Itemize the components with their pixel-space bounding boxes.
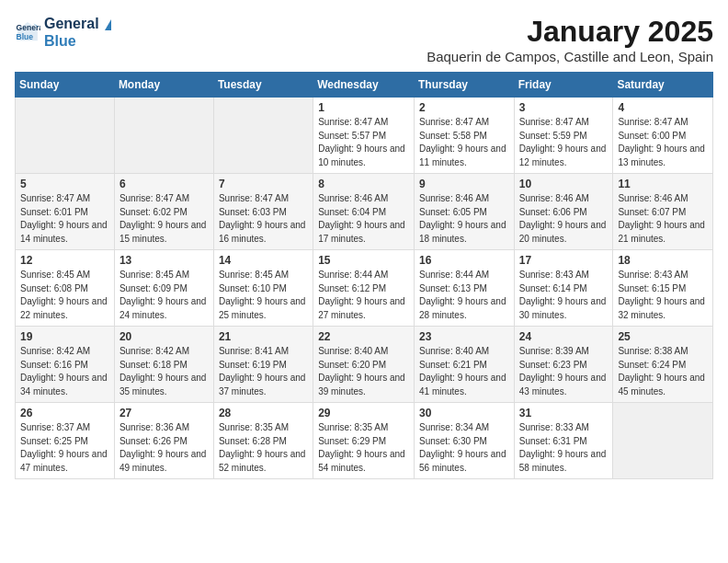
- calendar-week-row: 12Sunrise: 8:45 AM Sunset: 6:08 PM Dayli…: [16, 250, 713, 327]
- table-cell: 8Sunrise: 8:46 AM Sunset: 6:04 PM Daylig…: [313, 174, 415, 250]
- header-friday: Friday: [514, 73, 613, 98]
- day-number: 3: [519, 101, 609, 114]
- day-number: 30: [419, 407, 509, 419]
- table-cell: 4Sunrise: 8:47 AM Sunset: 6:00 PM Daylig…: [613, 98, 713, 174]
- table-cell: 24Sunrise: 8:39 AM Sunset: 6:23 PM Dayli…: [514, 327, 613, 403]
- table-cell: 30Sunrise: 8:34 AM Sunset: 6:30 PM Dayli…: [414, 403, 514, 479]
- table-cell: 6Sunrise: 8:47 AM Sunset: 6:02 PM Daylig…: [114, 174, 213, 250]
- table-cell: 17Sunrise: 8:43 AM Sunset: 6:14 PM Dayli…: [514, 250, 613, 327]
- day-info: Sunrise: 8:46 AM Sunset: 6:05 PM Dayligh…: [419, 192, 509, 246]
- day-info: Sunrise: 8:41 AM Sunset: 6:19 PM Dayligh…: [219, 345, 308, 398]
- day-number: 31: [519, 407, 609, 419]
- table-cell: 12Sunrise: 8:45 AM Sunset: 6:08 PM Dayli…: [16, 250, 115, 327]
- day-number: 28: [219, 407, 308, 419]
- logo-text-general: General: [44, 15, 111, 32]
- day-number: 11: [618, 178, 708, 190]
- table-cell: 25Sunrise: 8:38 AM Sunset: 6:24 PM Dayli…: [613, 327, 713, 403]
- header-wednesday: Wednesday: [313, 73, 415, 98]
- table-cell: 16Sunrise: 8:44 AM Sunset: 6:13 PM Dayli…: [414, 250, 514, 327]
- location-subtitle: Baquerin de Campos, Castille and Leon, S…: [427, 49, 713, 64]
- table-cell: 29Sunrise: 8:35 AM Sunset: 6:29 PM Dayli…: [313, 403, 415, 479]
- table-cell: 23Sunrise: 8:40 AM Sunset: 6:21 PM Dayli…: [414, 327, 514, 403]
- day-number: 6: [119, 178, 209, 190]
- day-number: 15: [318, 254, 409, 267]
- day-info: Sunrise: 8:47 AM Sunset: 5:58 PM Dayligh…: [419, 116, 509, 169]
- svg-text:Blue: Blue: [17, 32, 34, 41]
- table-cell: 3Sunrise: 8:47 AM Sunset: 5:59 PM Daylig…: [514, 98, 613, 174]
- table-cell: 10Sunrise: 8:46 AM Sunset: 6:06 PM Dayli…: [514, 174, 613, 250]
- day-info: Sunrise: 8:47 AM Sunset: 5:59 PM Dayligh…: [519, 116, 609, 169]
- day-number: 23: [419, 330, 509, 343]
- day-number: 24: [519, 330, 609, 343]
- day-number: 1: [318, 101, 409, 114]
- calendar-week-row: 1Sunrise: 8:47 AM Sunset: 5:57 PM Daylig…: [16, 98, 713, 174]
- day-info: Sunrise: 8:47 AM Sunset: 6:02 PM Dayligh…: [119, 192, 209, 246]
- table-cell: [213, 98, 313, 174]
- day-number: 8: [318, 178, 409, 190]
- day-info: Sunrise: 8:45 AM Sunset: 6:08 PM Dayligh…: [20, 269, 109, 322]
- page-header: General Blue General Blue January 2025 B…: [15, 15, 713, 64]
- day-info: Sunrise: 8:42 AM Sunset: 6:18 PM Dayligh…: [119, 345, 209, 398]
- day-info: Sunrise: 8:42 AM Sunset: 6:16 PM Dayligh…: [20, 345, 109, 398]
- table-cell: 1Sunrise: 8:47 AM Sunset: 5:57 PM Daylig…: [313, 98, 415, 174]
- day-number: 21: [219, 330, 308, 343]
- calendar-week-row: 19Sunrise: 8:42 AM Sunset: 6:16 PM Dayli…: [16, 327, 713, 403]
- day-info: Sunrise: 8:45 AM Sunset: 6:09 PM Dayligh…: [119, 269, 209, 322]
- table-cell: 20Sunrise: 8:42 AM Sunset: 6:18 PM Dayli…: [114, 327, 213, 403]
- calendar-week-row: 26Sunrise: 8:37 AM Sunset: 6:25 PM Dayli…: [16, 403, 713, 479]
- day-number: 9: [419, 178, 509, 190]
- table-cell: 28Sunrise: 8:35 AM Sunset: 6:28 PM Dayli…: [213, 403, 313, 479]
- header-sunday: Sunday: [16, 73, 115, 98]
- day-info: Sunrise: 8:35 AM Sunset: 6:29 PM Dayligh…: [318, 421, 409, 475]
- table-cell: 2Sunrise: 8:47 AM Sunset: 5:58 PM Daylig…: [414, 98, 514, 174]
- table-cell: 9Sunrise: 8:46 AM Sunset: 6:05 PM Daylig…: [414, 174, 514, 250]
- table-cell: 21Sunrise: 8:41 AM Sunset: 6:19 PM Dayli…: [213, 327, 313, 403]
- day-info: Sunrise: 8:47 AM Sunset: 5:57 PM Dayligh…: [318, 116, 409, 169]
- table-cell: 27Sunrise: 8:36 AM Sunset: 6:26 PM Dayli…: [114, 403, 213, 479]
- table-cell: 18Sunrise: 8:43 AM Sunset: 6:15 PM Dayli…: [613, 250, 713, 327]
- day-info: Sunrise: 8:43 AM Sunset: 6:14 PM Dayligh…: [519, 269, 609, 322]
- day-number: 25: [618, 330, 708, 343]
- day-number: 13: [119, 254, 209, 267]
- day-number: 7: [219, 178, 308, 190]
- day-info: Sunrise: 8:33 AM Sunset: 6:31 PM Dayligh…: [519, 421, 609, 475]
- day-info: Sunrise: 8:44 AM Sunset: 6:13 PM Dayligh…: [419, 269, 509, 322]
- day-info: Sunrise: 8:45 AM Sunset: 6:10 PM Dayligh…: [219, 269, 308, 322]
- calendar-table: Sunday Monday Tuesday Wednesday Thursday…: [15, 72, 713, 479]
- day-info: Sunrise: 8:40 AM Sunset: 6:21 PM Dayligh…: [419, 345, 509, 398]
- table-cell: 7Sunrise: 8:47 AM Sunset: 6:03 PM Daylig…: [213, 174, 313, 250]
- day-number: 16: [419, 254, 509, 267]
- day-info: Sunrise: 8:34 AM Sunset: 6:30 PM Dayligh…: [419, 421, 509, 475]
- day-info: Sunrise: 8:39 AM Sunset: 6:23 PM Dayligh…: [519, 345, 609, 398]
- table-cell: 5Sunrise: 8:47 AM Sunset: 6:01 PM Daylig…: [16, 174, 115, 250]
- day-info: Sunrise: 8:38 AM Sunset: 6:24 PM Dayligh…: [618, 345, 708, 398]
- table-cell: [16, 98, 115, 174]
- day-number: 2: [419, 101, 509, 114]
- day-info: Sunrise: 8:35 AM Sunset: 6:28 PM Dayligh…: [219, 421, 308, 475]
- svg-text:General: General: [17, 24, 40, 33]
- table-cell: 31Sunrise: 8:33 AM Sunset: 6:31 PM Dayli…: [514, 403, 613, 479]
- day-info: Sunrise: 8:36 AM Sunset: 6:26 PM Dayligh…: [119, 421, 209, 475]
- day-number: 20: [119, 330, 209, 343]
- table-cell: 13Sunrise: 8:45 AM Sunset: 6:09 PM Dayli…: [114, 250, 213, 327]
- day-info: Sunrise: 8:47 AM Sunset: 6:01 PM Dayligh…: [20, 192, 109, 246]
- day-info: Sunrise: 8:40 AM Sunset: 6:20 PM Dayligh…: [318, 345, 409, 398]
- day-number: 27: [119, 407, 209, 419]
- day-number: 10: [519, 178, 609, 190]
- table-cell: 19Sunrise: 8:42 AM Sunset: 6:16 PM Dayli…: [16, 327, 115, 403]
- day-info: Sunrise: 8:37 AM Sunset: 6:25 PM Dayligh…: [20, 421, 109, 475]
- day-info: Sunrise: 8:43 AM Sunset: 6:15 PM Dayligh…: [618, 269, 708, 322]
- month-year-title: January 2025: [427, 15, 713, 49]
- table-cell: 14Sunrise: 8:45 AM Sunset: 6:10 PM Dayli…: [213, 250, 313, 327]
- logo-text-blue: Blue: [44, 32, 111, 50]
- day-number: 4: [618, 101, 708, 114]
- weekday-header-row: Sunday Monday Tuesday Wednesday Thursday…: [16, 73, 713, 98]
- day-info: Sunrise: 8:44 AM Sunset: 6:12 PM Dayligh…: [318, 269, 409, 322]
- header-thursday: Thursday: [414, 73, 514, 98]
- header-tuesday: Tuesday: [213, 73, 313, 98]
- day-number: 26: [20, 407, 109, 419]
- logo-icon: General Blue: [15, 19, 40, 45]
- table-cell: 15Sunrise: 8:44 AM Sunset: 6:12 PM Dayli…: [313, 250, 415, 327]
- day-number: 18: [618, 254, 708, 267]
- day-number: 5: [20, 178, 109, 190]
